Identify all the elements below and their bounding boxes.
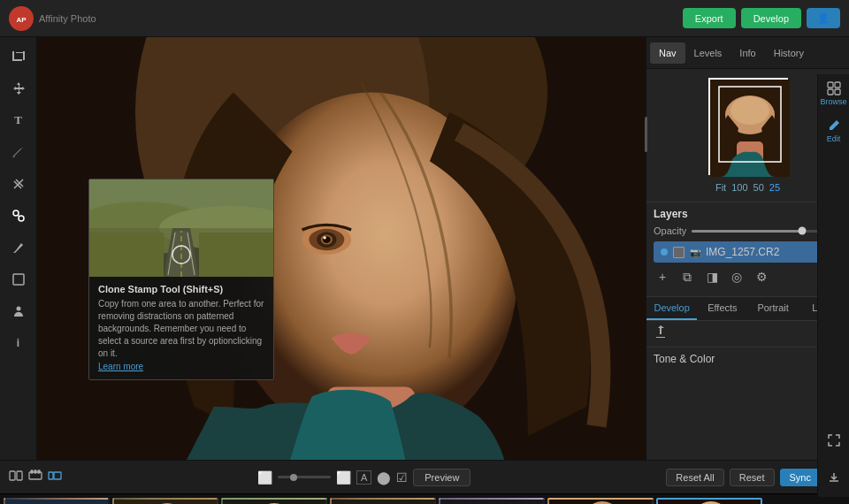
svg-point-2 xyxy=(13,210,19,216)
reset-button[interactable]: Reset xyxy=(730,469,775,486)
check-icon-bottom[interactable]: ☑ xyxy=(396,470,408,485)
tooltip-body: Clone Stamp Tool (Shift+S) Copy from one… xyxy=(89,277,273,379)
opacity-label: Opacity xyxy=(654,225,686,236)
right-panel-tabs: Nav Levels Info History xyxy=(646,37,849,69)
layer-camera-icon: 📷 xyxy=(690,248,700,257)
opacity-slider[interactable] xyxy=(692,230,820,233)
svg-rect-39 xyxy=(10,471,15,480)
move-tool[interactable] xyxy=(6,76,31,101)
browse-label: Browse xyxy=(821,97,847,106)
svg-rect-40 xyxy=(17,471,22,480)
filmstrip-item-1[interactable] xyxy=(4,498,110,505)
road-visual xyxy=(89,179,273,277)
mask-layer-btn[interactable]: ◨ xyxy=(703,268,721,286)
text-icon-bottom[interactable]: A xyxy=(356,470,371,485)
svg-rect-25 xyxy=(199,233,273,277)
duplicate-layer-btn[interactable]: ⧉ xyxy=(678,268,696,286)
person-tool[interactable] xyxy=(6,299,31,324)
filmstrip-item-3[interactable] xyxy=(221,498,327,505)
develop-button[interactable]: Develop xyxy=(741,8,801,28)
tab-develop[interactable]: Develop xyxy=(646,297,697,320)
canvas-area[interactable]: Clone Stamp Tool (Shift+S) Copy from one… xyxy=(37,37,646,460)
svg-point-29 xyxy=(730,96,769,125)
circle-icon-bottom[interactable]: ⬤ xyxy=(377,470,391,485)
user-button[interactable]: 👤 xyxy=(807,8,840,28)
zoom-25-btn[interactable]: 25 xyxy=(769,182,780,193)
filmstrip-item-5[interactable] xyxy=(439,498,545,505)
filmstrip-item-2[interactable] xyxy=(112,498,218,505)
bottom-left-tools xyxy=(9,469,62,485)
zoom-50-btn[interactable]: 50 xyxy=(753,182,764,193)
tab-history[interactable]: History xyxy=(765,42,813,64)
grid-view-icon[interactable] xyxy=(48,469,62,485)
svg-rect-24 xyxy=(89,233,164,277)
download-icon[interactable] xyxy=(822,465,846,490)
brush-tool[interactable] xyxy=(6,140,31,164)
svg-point-3 xyxy=(19,216,24,221)
svg-rect-44 xyxy=(38,470,40,473)
crop-tool[interactable] xyxy=(6,44,31,69)
svg-point-16 xyxy=(323,236,325,239)
settings-layer-btn[interactable]: ⚙ xyxy=(753,268,770,286)
selection-tool[interactable] xyxy=(6,267,31,292)
crop-icon-bottom[interactable]: ⬜ xyxy=(257,470,272,485)
zoom-100-btn[interactable]: 100 xyxy=(731,182,747,193)
tab-nav[interactable]: Nav xyxy=(650,42,685,64)
topbar-center: Export Develop 👤 xyxy=(683,8,840,28)
tooltip-description: Copy from one area to another. Perfect f… xyxy=(98,298,264,360)
layers-actions: + ⧉ ◨ ◎ ⚙ xyxy=(654,268,842,286)
svg-point-5 xyxy=(16,307,20,311)
tab-levels[interactable]: Levels xyxy=(685,42,731,64)
filmstrip-item-6[interactable] xyxy=(547,498,654,505)
export-icon[interactable] xyxy=(654,325,668,342)
svg-rect-36 xyxy=(835,82,840,88)
svg-rect-55 xyxy=(332,500,436,505)
right-side-panel: Browse Edit xyxy=(817,74,849,497)
layer-mask-icon xyxy=(673,247,685,258)
filmstrip-item-4[interactable] xyxy=(330,498,436,505)
sync-button[interactable]: Sync xyxy=(780,469,821,486)
zoom-slider[interactable] xyxy=(278,476,331,478)
clone-stamp-tool[interactable] xyxy=(6,203,31,228)
filmstrip-item-7[interactable] xyxy=(656,498,762,505)
layers-title: Layers xyxy=(654,208,688,220)
svg-rect-37 xyxy=(828,89,833,95)
scroll-indicator xyxy=(645,117,647,152)
panels-icon[interactable] xyxy=(9,469,23,485)
browse-icon[interactable]: Browse xyxy=(822,81,846,106)
svg-rect-42 xyxy=(31,470,33,473)
text-tool[interactable]: T xyxy=(6,108,31,133)
bottom-toolbar: ⬜ ⬜ A ⬤ ☑ Preview Reset All Reset Sync xyxy=(0,460,849,493)
zoom-fit-btn[interactable]: Fit xyxy=(715,182,726,193)
info-tool[interactable]: i xyxy=(6,331,31,355)
app-logo: AP xyxy=(9,6,34,31)
filmstrip-icon[interactable] xyxy=(28,469,42,485)
edit-icon[interactable]: Edit xyxy=(822,118,846,143)
nav-thumbnail xyxy=(708,78,788,175)
add-layer-btn[interactable]: + xyxy=(654,268,671,286)
svg-rect-43 xyxy=(34,470,36,473)
layer-visibility-dot xyxy=(661,248,668,256)
clone-stamp-tooltip: Clone Stamp Tool (Shift+S) Copy from one… xyxy=(88,179,274,380)
fx-layer-btn[interactable]: ◎ xyxy=(728,268,746,286)
heal-tool[interactable] xyxy=(6,172,31,196)
preview-button[interactable]: Preview xyxy=(413,469,470,486)
zoom-in-icon[interactable]: ⬜ xyxy=(336,470,351,485)
svg-rect-45 xyxy=(49,472,53,479)
expand-icon[interactable] xyxy=(822,428,846,453)
learn-more-link[interactable]: Learn more xyxy=(98,362,143,371)
nav-zoom-controls: Fit 100 50 25 xyxy=(715,182,780,193)
reset-all-button[interactable]: Reset All xyxy=(666,469,723,486)
edit-label: Edit xyxy=(827,134,841,143)
tab-portrait[interactable]: Portrait xyxy=(748,297,799,320)
filmstrip xyxy=(0,493,849,504)
svg-rect-38 xyxy=(835,89,840,95)
svg-rect-4 xyxy=(13,274,24,285)
svg-text:AP: AP xyxy=(16,16,27,24)
tab-effects[interactable]: Effects xyxy=(697,297,747,320)
tab-info[interactable]: Info xyxy=(730,42,764,64)
export-button[interactable]: Export xyxy=(683,8,736,28)
layer-item[interactable]: 📷 IMG_1257.CR2 xyxy=(654,241,842,263)
pen-tool[interactable] xyxy=(6,235,31,260)
bottom-right-tools: Reset All Reset Sync xyxy=(666,469,840,486)
